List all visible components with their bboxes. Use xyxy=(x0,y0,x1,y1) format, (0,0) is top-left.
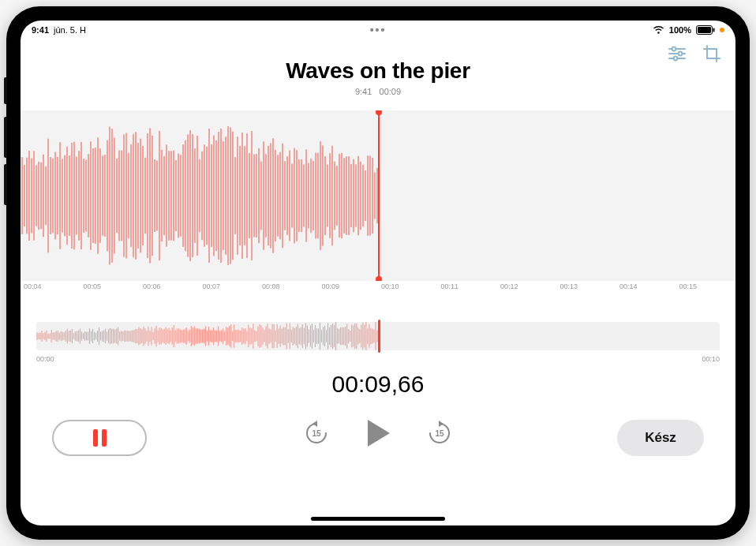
skip-back-15-button[interactable]: 15 xyxy=(303,420,330,447)
battery-percent: 100% xyxy=(669,25,691,35)
overview-track xyxy=(36,322,720,350)
ruler-tick: 00:15 xyxy=(676,282,736,290)
skip-back-seconds: 15 xyxy=(312,429,321,438)
ruler-tick: 00:11 xyxy=(438,282,498,290)
home-indicator[interactable] xyxy=(311,517,445,521)
screen: 9:41 jún. 5. H ••• 100% xyxy=(21,21,735,525)
device-volume-up xyxy=(4,117,7,158)
ipad-frame: 9:41 jún. 5. H ••• 100% xyxy=(6,6,750,540)
ruler-tick: 00:09 xyxy=(319,282,379,290)
pause-icon xyxy=(93,429,107,447)
trim-crop-icon[interactable] xyxy=(702,44,721,63)
svg-rect-2 xyxy=(713,28,715,32)
multitask-dots-icon[interactable]: ••• xyxy=(370,24,387,36)
overview-start-label: 00:00 xyxy=(36,355,54,363)
battery-icon xyxy=(696,25,715,35)
ruler-tick: 00:10 xyxy=(378,282,438,290)
ruler-tick: 00:05 xyxy=(80,282,140,290)
ruler-tick: 00:13 xyxy=(557,282,617,290)
mic-in-use-indicator-icon xyxy=(720,28,724,32)
recording-duration-label: 00:09 xyxy=(380,87,402,96)
svg-rect-1 xyxy=(698,27,711,33)
skip-forward-15-button[interactable]: 15 xyxy=(426,420,453,447)
ruler-tick: 00:12 xyxy=(497,282,557,290)
ruler-tick: 00:06 xyxy=(140,282,200,290)
svg-marker-12 xyxy=(439,421,443,427)
pause-record-button[interactable] xyxy=(52,420,147,456)
ruler-tick: 00:04 xyxy=(21,282,80,290)
ruler-tick: 00:14 xyxy=(616,282,676,290)
svg-point-8 xyxy=(674,57,678,61)
svg-point-7 xyxy=(679,52,683,56)
controls-row: 15 15 Kész xyxy=(21,415,735,462)
ruler-tick: 00:07 xyxy=(200,282,260,290)
status-bar: 9:41 jún. 5. H ••• 100% xyxy=(21,21,735,38)
statusbar-time: 9:41 xyxy=(32,25,49,35)
recording-subtitle: 9:41 00:09 xyxy=(21,87,735,96)
skip-fwd-seconds: 15 xyxy=(435,429,444,438)
recording-time-label: 9:41 xyxy=(355,87,372,96)
overview-playhead[interactable] xyxy=(378,320,380,353)
device-side-button xyxy=(4,77,7,104)
device-volume-down xyxy=(4,164,7,205)
overview-end-label: 00:10 xyxy=(702,355,720,363)
done-button[interactable]: Kész xyxy=(617,420,704,456)
recording-title[interactable]: Waves on the pier xyxy=(21,58,735,84)
done-button-label: Kész xyxy=(645,430,676,446)
statusbar-date: jún. 5. H xyxy=(54,25,86,35)
overview-waveform-svg xyxy=(36,322,378,350)
wifi-icon xyxy=(653,26,664,35)
svg-point-6 xyxy=(672,47,676,51)
overview-waveform[interactable]: 00:00 00:10 xyxy=(36,317,720,357)
elapsed-timer: 00:09,66 xyxy=(21,371,735,398)
svg-marker-10 xyxy=(313,421,317,427)
playhead[interactable] xyxy=(378,112,380,279)
playback-settings-icon[interactable] xyxy=(668,44,687,63)
timeline-ruler: 00:0400:0500:0600:0700:0800:0900:1000:11… xyxy=(21,281,735,290)
ruler-tick: 00:08 xyxy=(259,282,319,290)
play-button[interactable] xyxy=(365,418,391,448)
svg-marker-11 xyxy=(368,420,390,447)
main-waveform[interactable] xyxy=(21,110,735,281)
